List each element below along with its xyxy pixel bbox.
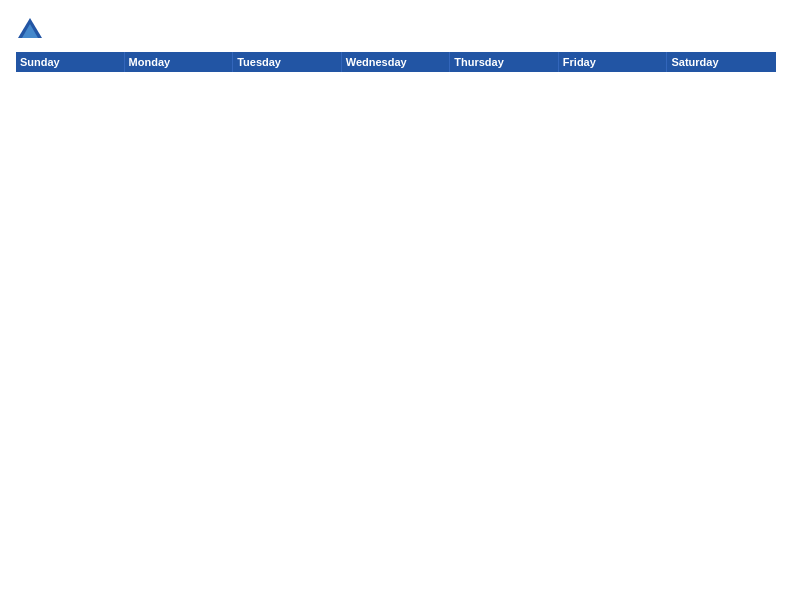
calendar-header: SundayMondayTuesdayWednesdayThursdayFrid… xyxy=(16,52,776,72)
page: SundayMondayTuesdayWednesdayThursdayFrid… xyxy=(0,0,792,612)
calendar: SundayMondayTuesdayWednesdayThursdayFrid… xyxy=(16,52,776,602)
header-day-wednesday: Wednesday xyxy=(342,52,451,72)
header-day-sunday: Sunday xyxy=(16,52,125,72)
logo xyxy=(16,16,48,44)
header-day-monday: Monday xyxy=(125,52,234,72)
header-day-tuesday: Tuesday xyxy=(233,52,342,72)
header-day-friday: Friday xyxy=(559,52,668,72)
header-day-saturday: Saturday xyxy=(667,52,776,72)
logo-icon xyxy=(16,16,44,44)
header-day-thursday: Thursday xyxy=(450,52,559,72)
calendar-body xyxy=(16,72,776,602)
header xyxy=(16,16,776,44)
